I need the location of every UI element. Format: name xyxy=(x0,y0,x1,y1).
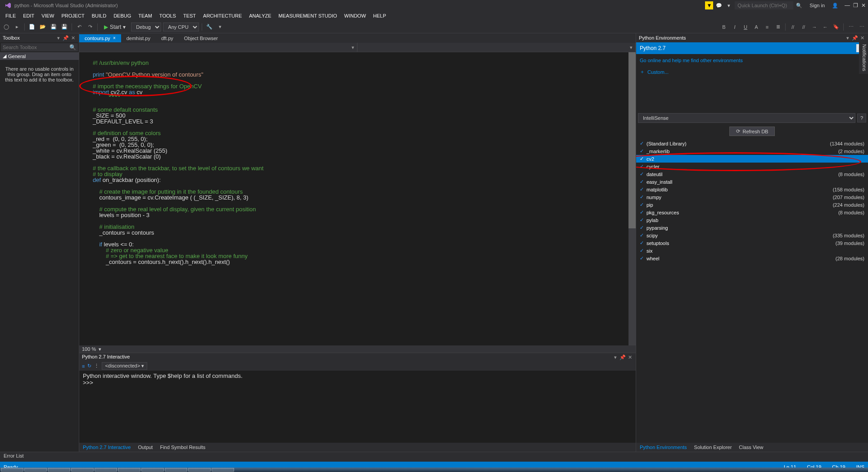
uncomment-button[interactable]: // xyxy=(799,23,808,32)
panel-close-icon[interactable]: ✕ xyxy=(627,354,633,360)
process-button[interactable]: 🔧 xyxy=(205,23,214,32)
start-debug-button[interactable]: ▶Start▾ xyxy=(100,23,129,31)
right-tab-classview[interactable]: Class View xyxy=(735,444,767,451)
bottom-tab-findsymbol[interactable]: Find Symbol Results xyxy=(156,444,209,451)
taskbar-item[interactable] xyxy=(188,468,211,472)
notifications-tab[interactable]: Notifications xyxy=(859,41,868,74)
panel-pin-icon[interactable]: 📌 xyxy=(63,35,69,41)
align-button[interactable]: ≡ xyxy=(763,23,772,32)
feedback-icon[interactable]: 💬 xyxy=(715,1,723,9)
menu-edit[interactable]: EDIT xyxy=(19,12,38,19)
module-item-cv2[interactable]: ✓cv2 xyxy=(636,155,868,163)
panel-pin-icon[interactable]: 📌 xyxy=(619,354,626,360)
italic-button[interactable]: I xyxy=(730,23,739,32)
module-item-pyparsing[interactable]: ✓pyparsing xyxy=(636,224,868,231)
scope-combo[interactable]: ▾ xyxy=(79,43,357,52)
notify-bell-icon[interactable]: ▾ xyxy=(725,1,733,9)
tab-contours[interactable]: contours.py× xyxy=(79,34,121,42)
sign-in-link[interactable]: Sign in xyxy=(809,3,825,8)
menu-team[interactable]: TEAM xyxy=(135,12,156,19)
menu-test[interactable]: TEST xyxy=(180,12,199,19)
menu-help[interactable]: HELP xyxy=(370,12,390,19)
account-icon[interactable]: 👤 xyxy=(831,1,839,9)
module-item-pylab[interactable]: ✓pylab xyxy=(636,216,868,224)
taskbar-item[interactable] xyxy=(24,468,47,472)
menu-file[interactable]: FILE xyxy=(2,12,19,19)
close-button[interactable]: ✕ xyxy=(861,3,866,8)
module-item-six[interactable]: ✓six xyxy=(636,247,868,254)
menu-measurement[interactable]: MEASUREMENT STUDIO xyxy=(275,12,341,19)
bottom-tab-interactive[interactable]: Python 2.7 Interactive xyxy=(79,444,134,451)
menu-view[interactable]: VIEW xyxy=(38,12,58,19)
panel-dropdown-icon[interactable]: ▾ xyxy=(55,35,62,41)
int-btn2[interactable]: ↻ xyxy=(87,363,91,369)
taskbar-item[interactable] xyxy=(165,468,187,472)
open-file-button[interactable]: 📂 xyxy=(38,23,47,32)
underline-button[interactable]: U xyxy=(741,23,750,32)
env-online-link[interactable]: Go online and help me find other environ… xyxy=(636,54,868,67)
module-item-cycler[interactable]: ✓cycler xyxy=(636,163,868,170)
module-item-numpy[interactable]: ✓numpy(207 modules) xyxy=(636,193,868,201)
search-icon[interactable]: 🔍 xyxy=(69,44,76,50)
env-custom-link[interactable]: ＋ Custom... xyxy=(636,67,868,77)
menu-build[interactable]: BUILD xyxy=(88,12,110,19)
taskbar[interactable] xyxy=(0,467,868,472)
menu-project[interactable]: PROJECT xyxy=(58,12,88,19)
font-color-button[interactable]: A xyxy=(752,23,761,32)
maximize-button[interactable]: ❐ xyxy=(853,3,858,8)
tab-demhist[interactable]: demhist.py xyxy=(121,34,156,42)
module-item-markerlib[interactable]: ✓_markerlib(2 modules) xyxy=(636,147,868,155)
toolbox-general-section[interactable]: ◢ General xyxy=(0,52,79,60)
undo-button[interactable]: ↶ xyxy=(75,23,84,32)
module-item-pkgresources[interactable]: ✓pkg_resources(8 modules) xyxy=(636,209,868,216)
taskbar-item[interactable] xyxy=(212,468,234,472)
env-current[interactable]: Python 2.7 ▣ xyxy=(636,42,868,54)
nav-back-button[interactable]: ◯ xyxy=(2,23,11,32)
right-tab-solution[interactable]: Solution Explorer xyxy=(691,444,736,451)
extra-icon2[interactable]: ⋯ xyxy=(857,23,866,32)
config-select[interactable]: Debug xyxy=(131,23,161,32)
save-all-button[interactable]: 💾 xyxy=(60,23,69,32)
quick-launch-input[interactable] xyxy=(735,1,793,9)
error-list-bar[interactable]: Error List xyxy=(0,452,868,462)
module-item-wheel[interactable]: ✓wheel(28 modules) xyxy=(636,254,868,262)
tab-close-icon[interactable]: × xyxy=(113,36,116,41)
tab-object-browser[interactable]: Object Browser xyxy=(179,34,223,42)
int-btn1[interactable]: ≡ xyxy=(82,363,85,369)
panel-pin-icon[interactable]: 📌 xyxy=(852,35,858,41)
intellisense-dropdown[interactable]: IntelliSense xyxy=(638,113,855,123)
taskbar-item[interactable] xyxy=(48,468,70,472)
menu-window[interactable]: WINDOW xyxy=(341,12,370,19)
right-tab-envs[interactable]: Python Environments xyxy=(636,444,691,451)
save-button[interactable]: 💾 xyxy=(49,23,58,32)
search-icon[interactable]: 🔍 xyxy=(795,1,803,9)
menu-debug[interactable]: DEBUG xyxy=(110,12,135,19)
taskbar-item[interactable] xyxy=(95,468,117,472)
menu-analyze[interactable]: ANALYZE xyxy=(245,12,275,19)
module-item-pip[interactable]: ✓pip(224 modules) xyxy=(636,201,868,209)
interactive-repl[interactable]: Python interactive window. Type $help fo… xyxy=(79,371,636,443)
platform-select[interactable]: Any CPU xyxy=(163,23,199,32)
module-item-standardlibrary[interactable]: ✓(Standard Library)(1344 modules) xyxy=(636,140,868,147)
menu-architecture[interactable]: ARCHITECTURE xyxy=(199,12,245,19)
zoom-value[interactable]: 100 % xyxy=(82,346,96,352)
redo-button[interactable]: ↷ xyxy=(86,23,95,32)
panel-close-icon[interactable]: ✕ xyxy=(859,35,865,41)
toolbox-search[interactable]: 🔍 xyxy=(1,43,78,51)
toolbox-search-input[interactable] xyxy=(3,45,69,50)
new-project-button[interactable]: 📄 xyxy=(27,23,36,32)
indent-button[interactable]: → xyxy=(810,23,819,32)
outdent-button[interactable]: ← xyxy=(821,23,830,32)
module-item-setuptools[interactable]: ✓setuptools(39 modules) xyxy=(636,239,868,247)
module-item-matplotlib[interactable]: ✓matplotlib(158 modules) xyxy=(636,186,868,193)
comment-button[interactable]: // xyxy=(788,23,797,32)
bottom-tab-output[interactable]: Output xyxy=(134,444,156,451)
taskbar-item[interactable] xyxy=(71,468,94,472)
minimize-button[interactable]: — xyxy=(845,3,850,8)
tab-dft[interactable]: dft.py xyxy=(156,34,179,42)
taskbar-item[interactable] xyxy=(1,468,23,472)
panel-close-icon[interactable]: ✕ xyxy=(70,35,76,41)
refresh-db-button[interactable]: ⟳ Refresh DB xyxy=(729,127,775,136)
menu-tools[interactable]: TOOLS xyxy=(156,12,180,19)
help-button[interactable]: ? xyxy=(857,113,866,123)
